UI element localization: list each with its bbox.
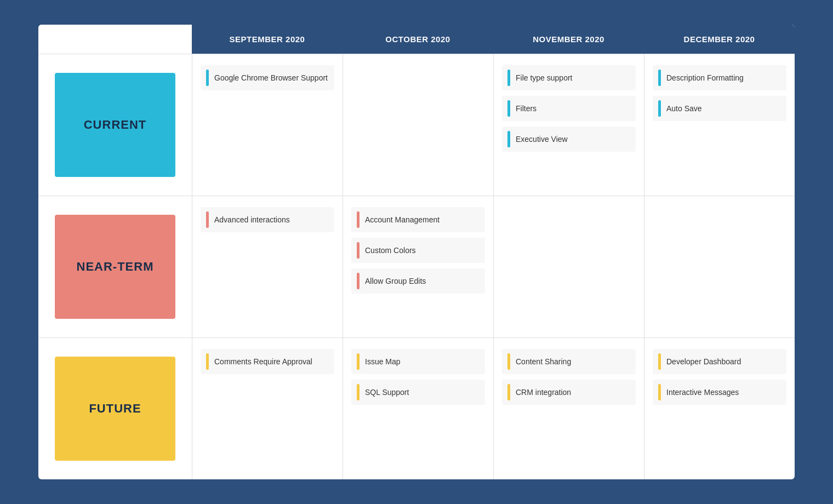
header-oct: OCTOBER 2020 [343, 25, 493, 54]
feature-bar [357, 242, 360, 259]
feature-label: Comments Require Approval [214, 357, 312, 366]
feature-label: Allow Group Edits [365, 276, 426, 286]
list-item: Advanced interactions [201, 207, 334, 232]
feature-bar [206, 70, 209, 86]
list-item: Developer Dashboard [653, 349, 786, 374]
feature-bar [357, 273, 360, 289]
future-box: FUTURE [55, 357, 175, 461]
board: SEPTEMBER 2020 OCTOBER 2020 NOVEMBER 202… [38, 25, 795, 479]
row-near-term: NEAR-TERM Advanced interactions Account … [38, 196, 795, 338]
feature-bar [507, 70, 510, 86]
label-cell-near-term: NEAR-TERM [38, 196, 192, 337]
list-item: Google Chrome Browser Support [201, 65, 334, 90]
feature-label: Auto Save [666, 104, 702, 113]
current-box: CURRENT [55, 73, 175, 177]
feature-bar [357, 353, 360, 370]
header-sep: SEPTEMBER 2020 [192, 25, 343, 54]
feature-label: Filters [516, 104, 537, 113]
header-nov: NOVEMBER 2020 [493, 25, 644, 54]
current-label: CURRENT [84, 118, 147, 132]
feature-bar [507, 100, 510, 117]
feature-bar [507, 384, 510, 400]
list-item: Filters [502, 96, 636, 121]
feature-bar [658, 100, 661, 117]
feature-bar [507, 353, 510, 370]
near-term-label: NEAR-TERM [77, 260, 154, 274]
future-label: FUTURE [89, 402, 141, 416]
header-row: SEPTEMBER 2020 OCTOBER 2020 NOVEMBER 202… [38, 25, 795, 54]
list-item: File type support [502, 65, 636, 90]
list-item: Executive View [502, 127, 636, 152]
current-sep-cell: Google Chrome Browser Support [192, 54, 343, 196]
current-dec-cell: Description Formatting Auto Save [644, 54, 795, 196]
feature-bar [658, 70, 661, 86]
list-item: CRM integration [502, 380, 636, 405]
feature-label: Account Management [365, 215, 440, 225]
near-term-box: NEAR-TERM [55, 215, 175, 319]
list-item: Content Sharing [502, 349, 636, 374]
list-item: Issue Map [351, 349, 485, 374]
feature-bar [658, 353, 661, 370]
feature-label: Custom Colors [365, 245, 416, 255]
list-item: Allow Group Edits [351, 268, 485, 294]
row-current: CURRENT Google Chrome Browser Support Fi… [38, 54, 795, 196]
near-term-oct-cell: Account Management Custom Colors Allow G… [343, 196, 493, 337]
list-item: Interactive Messages [653, 380, 786, 405]
feature-label: SQL Support [365, 387, 409, 397]
feature-label: CRM integration [516, 387, 571, 397]
feature-bar [507, 131, 510, 147]
list-item: Account Management [351, 207, 485, 232]
current-oct-cell [343, 54, 493, 196]
feature-label: Google Chrome Browser Support [214, 73, 328, 83]
list-item: Custom Colors [351, 238, 485, 263]
future-oct-cell: Issue Map SQL Support [343, 338, 493, 479]
near-term-sep-cell: Advanced interactions [192, 196, 343, 337]
row-future: FUTURE Comments Require Approval Issue M… [38, 338, 795, 479]
feature-bar [206, 353, 209, 370]
list-item: Comments Require Approval [201, 349, 334, 374]
list-item: Auto Save [653, 96, 786, 121]
feature-label: Interactive Messages [666, 387, 739, 397]
feature-label: Description Formatting [666, 73, 744, 83]
future-nov-cell: Content Sharing CRM integration [493, 338, 644, 479]
header-empty-cell [38, 25, 192, 54]
feature-label: Advanced interactions [214, 215, 290, 225]
list-item: Description Formatting [653, 65, 786, 90]
content-area: CURRENT Google Chrome Browser Support Fi… [38, 54, 795, 479]
header-dec: DECEMBER 2020 [644, 25, 795, 54]
outer-container: SEPTEMBER 2020 OCTOBER 2020 NOVEMBER 202… [0, 0, 833, 504]
feature-bar [658, 384, 661, 400]
feature-label: File type support [516, 73, 573, 83]
list-item: SQL Support [351, 380, 485, 405]
label-cell-future: FUTURE [38, 338, 192, 479]
feature-label: Executive View [516, 134, 568, 144]
future-dec-cell: Developer Dashboard Interactive Messages [644, 338, 795, 479]
feature-bar [357, 384, 360, 400]
feature-label: Developer Dashboard [666, 357, 741, 366]
label-cell-current: CURRENT [38, 54, 192, 196]
near-term-dec-cell [644, 196, 795, 337]
feature-bar [357, 211, 360, 228]
feature-label: Content Sharing [516, 357, 571, 366]
feature-label: Issue Map [365, 357, 401, 366]
near-term-nov-cell [493, 196, 644, 337]
feature-bar [206, 211, 209, 228]
future-sep-cell: Comments Require Approval [192, 338, 343, 479]
current-nov-cell: File type support Filters Executive View [493, 54, 644, 196]
